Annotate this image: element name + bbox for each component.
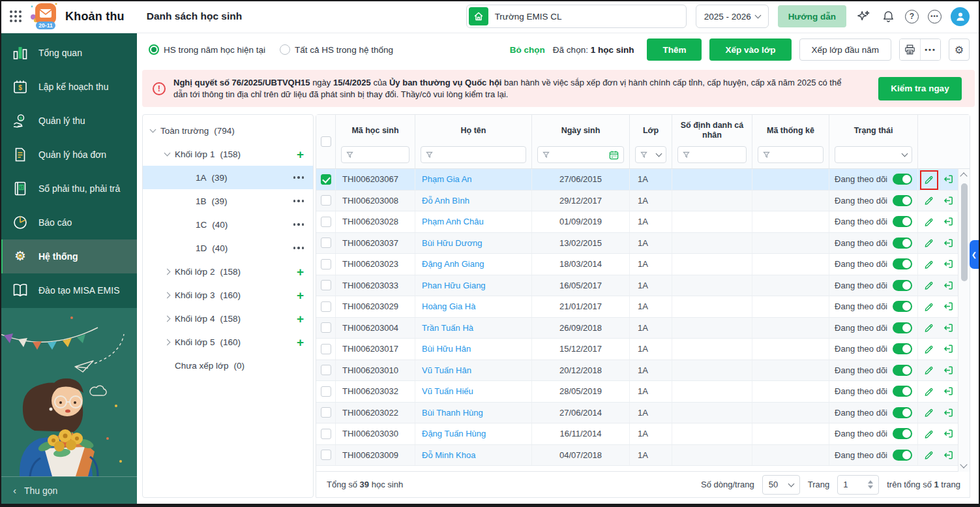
- more-menu-icon[interactable]: •••: [928, 10, 942, 23]
- status-toggle[interactable]: [893, 238, 912, 249]
- add-class-icon[interactable]: +: [297, 266, 304, 278]
- row-checkbox[interactable]: [321, 407, 331, 418]
- tree-item[interactable]: Toàn trường (794) +: [143, 119, 313, 142]
- table-row[interactable]: THI006203030 Đặng Tuấn Hùng 16/11/2014 1…: [316, 423, 970, 445]
- student-name-link[interactable]: Phạm Gia An: [422, 174, 472, 184]
- table-row[interactable]: THI006203009 Đỗ Minh Khoa 04/07/2018 1A …: [316, 445, 970, 467]
- status-toggle[interactable]: [893, 301, 912, 312]
- ai-sparkle-icon[interactable]: [855, 8, 871, 24]
- table-row[interactable]: THI006203029 Hoàng Gia Hà 21/01/2017 1A …: [316, 296, 970, 318]
- row-checkbox[interactable]: [321, 259, 331, 269]
- tree-chevron-icon[interactable]: [164, 268, 171, 275]
- move-out-class-icon[interactable]: [942, 427, 955, 440]
- tree-item-menu-icon[interactable]: [293, 247, 304, 249]
- tree-item[interactable]: 1B (39) +: [143, 189, 313, 213]
- student-name-link[interactable]: Bùi Hữu Hân: [422, 344, 471, 354]
- notifications-bell-icon[interactable]: [880, 8, 896, 24]
- sidebar-item-hand-coin[interactable]: $ Quản lý thu: [0, 104, 137, 138]
- edit-pencil-icon[interactable]: [923, 343, 936, 356]
- filter-dob[interactable]: [537, 146, 624, 163]
- more-actions-icon[interactable]: •••: [920, 39, 940, 60]
- status-toggle[interactable]: [893, 174, 912, 185]
- page-spinner[interactable]: [868, 480, 873, 489]
- row-checkbox[interactable]: [321, 217, 331, 227]
- add-button[interactable]: Thêm: [647, 38, 702, 61]
- row-checkbox[interactable]: [321, 429, 331, 439]
- edit-pencil-icon[interactable]: [923, 427, 936, 440]
- panel-expand-tab[interactable]: ❮: [970, 240, 979, 269]
- status-toggle[interactable]: [893, 386, 912, 397]
- add-class-icon[interactable]: +: [297, 313, 304, 325]
- status-toggle[interactable]: [893, 428, 912, 439]
- table-row[interactable]: THI006203028 Phạm Anh Châu 01/09/2019 1A…: [316, 211, 970, 233]
- student-name-link[interactable]: Trần Tuấn Hà: [422, 323, 473, 333]
- edit-pencil-icon[interactable]: [923, 363, 936, 376]
- move-out-class-icon[interactable]: [942, 236, 955, 249]
- row-checkbox[interactable]: [321, 344, 331, 354]
- page-number-input[interactable]: 1: [837, 475, 879, 495]
- move-out-class-icon[interactable]: [942, 279, 955, 292]
- student-name-link[interactable]: Phạm Anh Châu: [422, 217, 484, 226]
- status-toggle[interactable]: [893, 216, 912, 227]
- student-name-link[interactable]: Vũ Tuấn Hân: [422, 365, 471, 375]
- row-checkbox[interactable]: [321, 322, 331, 333]
- move-out-class-icon[interactable]: [942, 258, 955, 271]
- row-checkbox[interactable]: [321, 174, 331, 185]
- table-row[interactable]: THI006203067 Phạm Gia An 27/06/2015 1A Đ…: [316, 169, 970, 191]
- tree-chevron-icon[interactable]: [164, 150, 171, 157]
- move-out-class-icon[interactable]: [942, 385, 955, 398]
- student-name-link[interactable]: Đặng Anh Giang: [422, 259, 484, 269]
- student-name-link[interactable]: Bùi Hữu Dương: [422, 238, 482, 248]
- scroll-down-icon[interactable]: [960, 461, 967, 468]
- status-toggle[interactable]: [893, 322, 912, 333]
- home-icon[interactable]: [469, 7, 488, 25]
- sidebar-item-calendar-money[interactable]: $ Lập kế hoạch thu: [0, 70, 137, 104]
- filter-status[interactable]: [835, 146, 912, 163]
- scrollbar-thumb[interactable]: [961, 183, 968, 281]
- table-row[interactable]: THI006203032 Vũ Tuấn Hiếu 28/05/2019 1A …: [316, 381, 970, 403]
- student-name-link[interactable]: Đỗ Anh Bình: [422, 196, 469, 206]
- scroll-up-icon[interactable]: [960, 172, 967, 179]
- sidebar-item-pie-chart[interactable]: Báo cáo: [0, 206, 137, 239]
- filter-class[interactable]: [635, 146, 666, 163]
- status-toggle[interactable]: [893, 450, 912, 461]
- move-out-class-icon[interactable]: [942, 300, 955, 313]
- edit-pencil-icon[interactable]: [923, 194, 936, 207]
- edit-pencil-icon[interactable]: [923, 406, 936, 419]
- tree-item[interactable]: Chưa xếp lớp (0) +: [143, 354, 313, 377]
- sidebar-item-gear[interactable]: ⚙ Hệ thống: [0, 239, 137, 273]
- calendar-icon[interactable]: [609, 150, 619, 160]
- table-row[interactable]: THI006203004 Trần Tuấn Hà 26/09/2018 1A …: [316, 318, 970, 339]
- table-row[interactable]: THI006203010 Vũ Tuấn Hân 20/12/2018 1A Đ…: [316, 360, 970, 382]
- tree-item-menu-icon[interactable]: [293, 200, 304, 202]
- row-checkbox[interactable]: [321, 195, 331, 206]
- check-now-button[interactable]: Kiểm tra ngay: [878, 77, 962, 100]
- assign-start-year-button[interactable]: Xếp lớp đầu năm: [799, 38, 891, 61]
- tree-item-menu-icon[interactable]: [293, 176, 304, 179]
- sidebar-item-open-book[interactable]: Đào tạo MISA EMIS: [0, 273, 137, 307]
- edit-pencil-icon[interactable]: [923, 236, 936, 249]
- tree-item[interactable]: Khối lớp 3 (160) +: [143, 283, 313, 307]
- school-selector[interactable]: Trường EMIS CL: [466, 5, 687, 28]
- tree-chevron-icon[interactable]: [164, 292, 171, 298]
- row-checkbox[interactable]: [321, 450, 331, 460]
- tree-item[interactable]: 1D (40) +: [143, 236, 313, 260]
- table-row[interactable]: THI006203033 Phan Hữu Giang 16/05/2017 1…: [316, 275, 970, 297]
- status-toggle[interactable]: [893, 280, 912, 291]
- apps-grid-icon[interactable]: [9, 10, 22, 23]
- tree-item[interactable]: 1C (40) +: [143, 213, 313, 236]
- row-checkbox[interactable]: [321, 301, 331, 312]
- row-checkbox[interactable]: [321, 238, 331, 248]
- status-toggle[interactable]: [893, 365, 912, 376]
- student-name-link[interactable]: Phan Hữu Giang: [422, 281, 486, 290]
- table-row[interactable]: THI006203008 Đỗ Anh Bình 29/12/2017 1A Đ…: [316, 191, 970, 212]
- student-name-link[interactable]: Hoàng Gia Hà: [422, 301, 475, 311]
- radio-current-year-students[interactable]: HS trong năm học hiện tại: [149, 44, 265, 55]
- edit-pencil-icon[interactable]: [923, 258, 936, 271]
- move-out-class-icon[interactable]: [942, 448, 955, 461]
- vertical-scrollbar[interactable]: [958, 169, 970, 472]
- move-out-class-icon[interactable]: [942, 194, 955, 207]
- user-avatar[interactable]: [951, 7, 970, 26]
- edit-pencil-icon[interactable]: [923, 448, 936, 461]
- add-class-icon[interactable]: +: [297, 336, 304, 348]
